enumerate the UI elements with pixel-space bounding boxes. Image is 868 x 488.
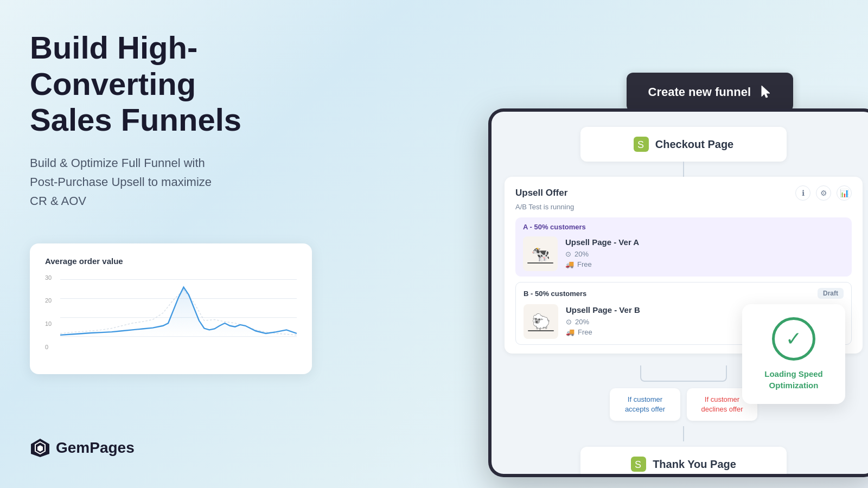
variant-b-label: B - 50% customers xyxy=(524,290,586,298)
variant-a-product-name: Upsell Page - Ver A xyxy=(565,237,844,247)
checkout-page-block: S Checkout Page xyxy=(580,127,787,162)
thankyou-page-label: Thank You Page xyxy=(653,458,736,471)
screen-inner: S Checkout Page Upsell Offer ℹ ⚙ 📊 A/B T… xyxy=(492,112,868,474)
connector-thankyou xyxy=(683,426,684,441)
discount-icon: ⊙ xyxy=(565,250,571,258)
variant-a-shipping: 🚚 Free xyxy=(565,260,844,268)
thankyou-page-block: S Thank You Page xyxy=(580,447,787,474)
checkout-page-label: Checkout Page xyxy=(655,138,733,151)
chart-y-labels: 30 20 10 0 xyxy=(45,274,52,350)
connector-right xyxy=(684,365,727,382)
accepts-offer-box: If customeraccepts offer xyxy=(610,388,680,421)
speed-check-circle: ✓ xyxy=(772,317,815,361)
variant-a-product-info: Upsell Page - Ver A ⊙ 20% 🚚 Free xyxy=(565,237,844,271)
upsell-offer-title: Upsell Offer xyxy=(515,188,567,198)
variant-a-discount: ⊙ 20% xyxy=(565,250,844,258)
gempages-logo-icon xyxy=(30,438,50,458)
chart-svg xyxy=(60,274,297,351)
variant-a-content: 🐄 Upsell Page - Ver A ⊙ 20% 🚚 Free xyxy=(523,236,844,271)
variant-a-label: A - 50% customers xyxy=(523,223,844,231)
logo: GemPages xyxy=(30,438,135,458)
variant-a-block: A - 50% customers 🐄 Upsell Page - Ver A … xyxy=(515,217,852,277)
accepts-offer-label: If customeraccepts offer xyxy=(625,395,665,413)
shopify-icon: S xyxy=(634,137,649,152)
connector-line xyxy=(683,162,684,177)
declines-offer-label: If customerdeclines offer xyxy=(701,395,743,413)
cursor-icon xyxy=(760,85,771,100)
variant-a-product-thumb: 🐄 xyxy=(523,236,558,271)
info-icon[interactable]: ℹ xyxy=(795,185,810,201)
upsell-header: Upsell Offer ℹ ⚙ 📊 xyxy=(515,185,852,201)
create-funnel-label: Create new funnel xyxy=(648,85,751,99)
shipping-icon: 🚚 xyxy=(565,260,574,268)
settings-icon[interactable]: ⚙ xyxy=(816,185,831,201)
bottom-connectors xyxy=(640,365,727,382)
chart-card: Average order value 30 20 10 0 xyxy=(30,243,312,374)
chart-area: 30 20 10 0 xyxy=(45,274,297,361)
shopify-icon-thankyou: S xyxy=(631,457,646,472)
svg-text:S: S xyxy=(635,459,641,470)
variant-b-product-thumb: 🐑 xyxy=(524,304,558,339)
gempages-logo-text: GemPages xyxy=(56,439,135,457)
funnel-flow: S Checkout Page Upsell Offer ℹ ⚙ 📊 A/B T… xyxy=(505,127,863,474)
chart-title: Average order value xyxy=(45,256,297,266)
discount-icon-b: ⊙ xyxy=(566,318,572,326)
svg-marker-4 xyxy=(60,288,297,336)
connector-left xyxy=(640,365,684,382)
hero-title: Build High-ConvertingSales Funnels xyxy=(30,30,334,138)
flow-bottom-boxes: If customeraccepts offer If customerdecl… xyxy=(610,388,757,421)
speed-optimization-badge: ✓ Loading SpeedOptimization xyxy=(742,304,845,404)
chart-icon[interactable]: 📊 xyxy=(837,185,852,201)
variant-b-header: B - 50% customers Draft xyxy=(524,288,844,299)
screen-mockup: S Checkout Page Upsell Offer ℹ ⚙ 📊 A/B T… xyxy=(488,108,868,477)
upsell-action-icons: ℹ ⚙ 📊 xyxy=(795,185,852,201)
speed-optimization-text: Loading SpeedOptimization xyxy=(754,368,833,391)
create-funnel-button[interactable]: Create new funnel xyxy=(627,73,793,112)
shipping-icon-b: 🚚 xyxy=(566,328,575,336)
ab-test-status: A/B Test is running xyxy=(515,203,852,211)
svg-text:S: S xyxy=(637,139,644,150)
checkmark-icon: ✓ xyxy=(786,328,802,350)
draft-badge: Draft xyxy=(818,288,844,299)
hero-subtitle: Build & Optimize Full Funnel withPost-Pu… xyxy=(30,153,334,211)
